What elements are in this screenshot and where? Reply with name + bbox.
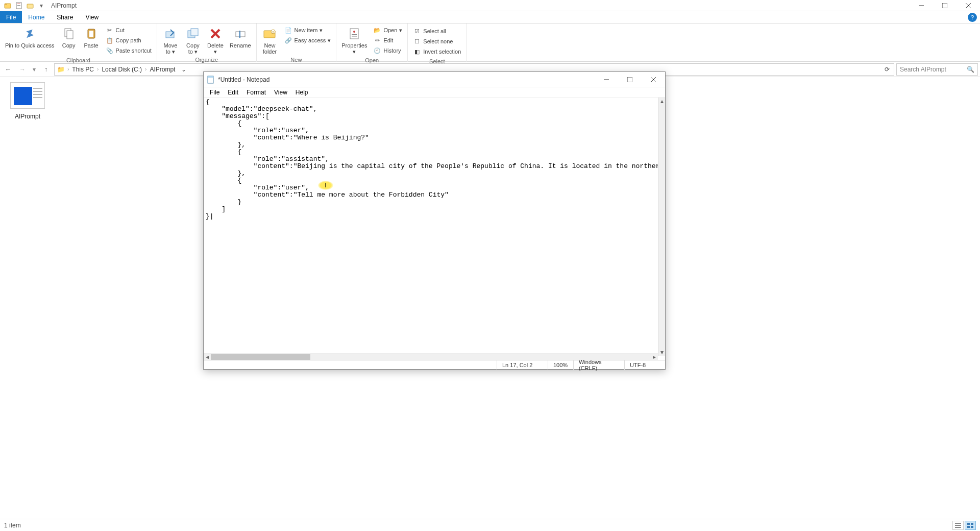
delete-label: Delete▾: [207, 42, 224, 55]
addr-dropdown[interactable]: ⌄: [178, 66, 189, 73]
svg-rect-4: [17, 5, 20, 6]
np-menu-file[interactable]: File: [207, 89, 223, 96]
svg-rect-5: [27, 4, 33, 8]
svg-rect-24: [350, 29, 358, 39]
edit-button[interactable]: ✏Edit: [372, 36, 403, 45]
rename-button[interactable]: Rename: [227, 25, 254, 50]
crumb-c[interactable]: Local Disk (C:): [100, 66, 144, 73]
notepad-title: *Untitled - Notepad: [218, 76, 270, 83]
tab-view[interactable]: View: [79, 11, 105, 23]
svg-rect-32: [971, 523, 973, 525]
np-close-button[interactable]: [642, 72, 665, 87]
maximize-button[interactable]: [933, 0, 957, 11]
svg-rect-33: [967, 526, 970, 528]
search-placeholder: Search AIPrompt: [900, 66, 946, 73]
copy-button[interactable]: Copy: [58, 25, 80, 50]
selectnone-icon: ☐: [413, 37, 421, 45]
cut-button[interactable]: ✂Cut: [105, 26, 153, 35]
file-name-label: AIPrompt: [7, 111, 48, 120]
np-status-eol: Windows (CRLF): [573, 360, 624, 370]
search-icon: 🔍: [967, 66, 974, 73]
help-button[interactable]: ?: [968, 13, 977, 22]
close-button[interactable]: [957, 0, 980, 11]
selectall-button[interactable]: ☑Select all: [412, 27, 462, 36]
copyto-button[interactable]: Copyto ▾: [182, 25, 204, 56]
details-view-button[interactable]: [952, 521, 964, 530]
newfolder-button[interactable]: ✦ Newfolder: [259, 25, 281, 56]
notepad-statusbar: Ln 17, Col 2 100% Windows (CRLF) UTF-8: [204, 360, 665, 369]
svg-text:✦: ✦: [272, 30, 275, 34]
ribbon: Pin to Quick access Copy Paste ✂Cut 📋Cop…: [0, 23, 980, 62]
copyto-label: Copyto ▾: [186, 42, 200, 55]
search-input[interactable]: Search AIPrompt 🔍: [896, 63, 978, 76]
notepad-titlebar[interactable]: *Untitled - Notepad: [204, 72, 665, 87]
svg-rect-13: [89, 31, 93, 37]
status-count: 1 item: [4, 522, 21, 529]
invert-icon: ◧: [413, 47, 421, 56]
copy-label: Copy: [62, 42, 76, 49]
back-button[interactable]: ←: [2, 63, 14, 76]
moveto-button[interactable]: Moveto ▾: [159, 25, 182, 56]
history-icon: 🕘: [373, 46, 381, 55]
pasteshortcut-button[interactable]: 📎Paste shortcut: [105, 46, 153, 55]
qat-newfolder-icon[interactable]: [26, 2, 35, 10]
open-button[interactable]: 📂Open ▾: [372, 26, 403, 35]
explorer-window-title: AIPrompt: [51, 2, 77, 9]
svg-point-25: [353, 31, 355, 33]
forward-button[interactable]: →: [16, 63, 29, 76]
tab-file[interactable]: File: [0, 11, 22, 23]
pin-label: Pin to Quick access: [5, 42, 55, 49]
np-menu-format[interactable]: Format: [243, 89, 269, 96]
svg-rect-1: [5, 4, 7, 5]
easyaccess-button[interactable]: 🔗Easy access ▾: [283, 36, 332, 45]
tab-share[interactable]: Share: [51, 11, 79, 23]
scroll-left-icon[interactable]: ◂: [204, 353, 211, 360]
history-button[interactable]: 🕘History: [372, 46, 403, 55]
svg-rect-16: [191, 29, 198, 36]
rename-label: Rename: [230, 42, 251, 49]
svg-rect-30: [955, 527, 961, 528]
pin-quickaccess-button[interactable]: Pin to Quick access: [2, 25, 58, 50]
properties-button[interactable]: Properties▾: [338, 25, 370, 56]
file-item[interactable]: AIPrompt: [7, 82, 48, 120]
invert-button[interactable]: ◧Invert selection: [412, 47, 462, 56]
refresh-button[interactable]: ⟳: [881, 66, 893, 73]
scroll-down-icon[interactable]: ▾: [658, 349, 666, 356]
svg-rect-29: [955, 525, 961, 526]
crumb-folder[interactable]: AIPrompt: [148, 66, 177, 73]
delete-button[interactable]: Delete▾: [204, 25, 227, 56]
paste-button[interactable]: Paste: [80, 25, 103, 50]
hscroll-thumb[interactable]: [211, 354, 310, 360]
np-menu-view[interactable]: View: [271, 89, 290, 96]
file-thumb: [10, 82, 45, 109]
np-maximize-button[interactable]: [618, 72, 642, 87]
notepad-text: { "model":"deepseek-chat", "messages":[ …: [204, 98, 658, 221]
np-menu-edit[interactable]: Edit: [225, 89, 241, 96]
np-minimize-button[interactable]: [595, 72, 618, 87]
qat-dropdown-icon[interactable]: ▾: [37, 2, 46, 10]
easyaccess-icon: 🔗: [284, 36, 292, 44]
selectnone-button[interactable]: ☐Select none: [412, 37, 462, 46]
svg-rect-26: [352, 34, 357, 35]
copypath-button[interactable]: 📋Copy path: [105, 36, 153, 45]
newitem-icon: 📄: [284, 26, 292, 34]
properties-label: Properties▾: [341, 42, 367, 55]
scroll-right-icon[interactable]: ▸: [651, 353, 658, 360]
np-vscrollbar[interactable]: ▴ ▾: [658, 98, 665, 356]
np-menu-help[interactable]: Help: [292, 89, 311, 96]
newitem-button[interactable]: 📄New item ▾: [283, 26, 332, 35]
crumb-thispc[interactable]: This PC: [70, 66, 96, 73]
tab-home[interactable]: Home: [22, 11, 51, 23]
icons-view-button[interactable]: [965, 521, 976, 530]
notepad-textarea[interactable]: { "model":"deepseek-chat", "messages":[ …: [204, 98, 658, 356]
scroll-up-icon[interactable]: ▴: [658, 98, 666, 105]
app-icon: [3, 2, 12, 10]
svg-rect-27: [352, 36, 357, 37]
qat-properties-icon[interactable]: [14, 2, 23, 10]
recent-dropdown[interactable]: ▾: [31, 63, 38, 76]
svg-rect-31: [967, 523, 970, 525]
svg-rect-28: [955, 523, 961, 524]
svg-rect-34: [971, 526, 973, 528]
up-button[interactable]: ↑: [40, 63, 52, 76]
minimize-button[interactable]: [910, 0, 933, 11]
